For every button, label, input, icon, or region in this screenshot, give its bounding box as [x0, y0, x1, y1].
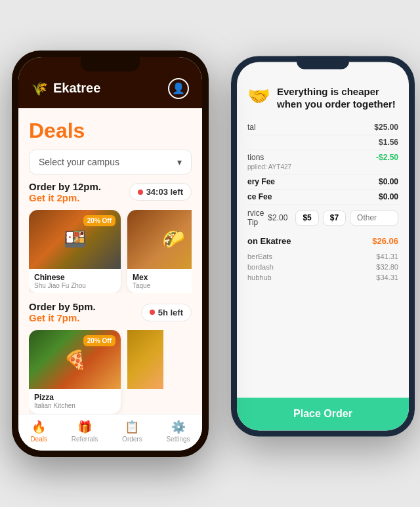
order-line-promo-label: tions pplied: AYT427 — [247, 153, 376, 171]
nav-label-orders: Orders — [122, 436, 142, 443]
main-content: Deals Select your campus ▾ Order by 12pm… — [18, 108, 202, 414]
timer-dot — [138, 190, 143, 195]
food-card-chinese-sub: Shu Jiao Fu Zhou — [34, 282, 116, 289]
tip-btn-7[interactable]: $7 — [323, 210, 346, 226]
food-card-mex-sub: Taque — [133, 282, 192, 289]
discount-badge-chinese: 20% Off — [83, 215, 116, 226]
order-summary-header: 🤝 Everything is cheaper when you order t… — [247, 85, 398, 111]
deals-nav-icon: 🔥 — [32, 420, 46, 434]
order-line-delivery-label: ery Fee — [247, 177, 379, 186]
comp-grubhub: hubhub $34.31 — [247, 272, 398, 283]
profile-icon[interactable]: 👤 — [168, 78, 189, 99]
order-line-tax-label — [247, 138, 379, 147]
order-line-service-label: ce Fee — [247, 192, 379, 201]
food-card-pizza[interactable]: 🍕 20% Off Pizza Italian Kitchen — [29, 330, 121, 414]
food-cards-row-2: 🍕 20% Off Pizza Italian Kitchen — [29, 330, 192, 414]
chevron-down-icon: ▾ — [177, 157, 182, 167]
food-cards-row-1: 🍱 20% Off Chinese Shu Jiao Fu Zhou 🌮 Mex… — [29, 210, 192, 294]
bottom-nav: 🔥 Deals 🎁 Referrals 📋 Orders ⚙️ Settings — [18, 414, 202, 451]
tip-label: rvice Tip — [247, 209, 264, 227]
slot1-by-time: Order by 12pm. — [29, 181, 101, 192]
comp-ubereats: berEats $41.31 — [247, 251, 398, 262]
order-summary: 🤝 Everything is cheaper when you order t… — [237, 62, 409, 392]
order-line-subtotal-label: tal — [247, 123, 374, 132]
phone-notch-1 — [81, 57, 140, 71]
order-line-subtotal-value: $25.00 — [374, 123, 398, 132]
food-card-chinese-name: Chinese — [34, 273, 116, 282]
order-line-delivery: ery Fee $0.00 — [247, 174, 398, 190]
order-line-service: ce Fee $0.00 — [247, 190, 398, 205]
deals-title: Deals — [29, 119, 192, 143]
food-card-mex[interactable]: 🌮 Mex Taque — [127, 210, 192, 294]
phone-1: 🌾 Ekatree 👤 Deals Select your campus ▾ O… — [12, 51, 209, 457]
order-line-promo-value: -$2.50 — [376, 153, 398, 171]
food-card-chinese[interactable]: 🍱 20% Off Chinese Shu Jiao Fu Zhou — [29, 210, 121, 294]
nav-label-referrals: Referrals — [72, 436, 98, 443]
phone-2: 🤝 Everything is cheaper when you order t… — [231, 56, 415, 436]
comparison-rows: berEats $41.31 bordash $32.80 hubhub $34… — [247, 249, 398, 285]
comp-doordash: bordash $32.80 — [247, 262, 398, 272]
food-card-pizza-name: Pizza — [34, 393, 116, 402]
food-card-pizza-sub: Italian Kitchen — [34, 402, 116, 409]
slot2-text: Order by 5pm. Get it 7pm. — [29, 301, 96, 323]
tip-row: rvice Tip $2.00 $5 $7 — [247, 205, 398, 231]
food-card-chinese-img: 🍱 20% Off — [29, 210, 121, 269]
comp-doordash-value: $32.80 — [376, 263, 398, 271]
logo-text: Ekatree — [53, 81, 100, 96]
food-card-pizza-info: Pizza Italian Kitchen — [29, 389, 121, 414]
order-line-promo: tions pplied: AYT427 -$2.50 — [247, 150, 398, 174]
order-slot-1: Order by 12pm. Get it 2pm. 34:03 left — [29, 181, 192, 203]
referrals-nav-icon: 🎁 — [77, 420, 92, 434]
comp-grubhub-value: $34.31 — [376, 274, 398, 281]
total-label: on Ekatree — [247, 236, 291, 246]
order-line-tax: $1.56 — [247, 135, 398, 150]
food-card-mex-img: 🌮 — [127, 210, 192, 269]
comp-ubereats-value: $41.31 — [376, 253, 398, 260]
order-line-service-value: $0.00 — [379, 192, 398, 201]
nav-label-settings: Settings — [166, 436, 190, 443]
campus-select[interactable]: Select your campus ▾ — [29, 150, 192, 174]
phone-2-screen: 🤝 Everything is cheaper when you order t… — [237, 62, 409, 430]
tip-other-input[interactable] — [350, 210, 398, 226]
slot2-timer-text: 5h left — [158, 308, 183, 317]
phone-1-screen: 🌾 Ekatree 👤 Deals Select your campus ▾ O… — [18, 57, 202, 451]
order-header-icon: 🤝 — [247, 85, 270, 107]
total-value: $26.06 — [372, 236, 398, 246]
settings-nav-icon: ⚙️ — [171, 420, 186, 434]
tip-btn-5[interactable]: $5 — [295, 210, 318, 226]
order-line-delivery-value: $0.00 — [379, 177, 398, 186]
campus-select-placeholder: Select your campus — [39, 157, 119, 167]
nav-item-orders[interactable]: 📋 Orders — [122, 420, 142, 443]
slot1-timer-text: 34:03 left — [146, 187, 183, 197]
discount-badge-pizza: 20% Off — [83, 335, 116, 346]
logo-icon: 🌾 — [32, 81, 48, 96]
order-line-subtotal: tal $25.00 — [247, 120, 398, 135]
slot1-text: Order by 12pm. Get it 2pm. — [29, 181, 101, 203]
food-card-pizza-img: 🍕 20% Off — [29, 330, 121, 389]
food-card-mex-info: Mex Taque — [127, 269, 192, 294]
slot2-by-time: Order by 5pm. — [29, 301, 96, 312]
nav-item-referrals[interactable]: 🎁 Referrals — [72, 420, 98, 443]
promo-code: pplied: AYT427 — [247, 163, 291, 171]
comp-doordash-label: bordash — [247, 263, 274, 271]
order-header-text: Everything is cheaper when you order tog… — [277, 85, 398, 111]
orders-nav-icon: 📋 — [125, 420, 139, 434]
order-line-tax-value: $1.56 — [379, 138, 398, 147]
comp-grubhub-label: hubhub — [247, 274, 272, 281]
side-food-img — [127, 330, 163, 389]
slot2-get-time: Get it 7pm. — [29, 312, 96, 323]
order-slot-2: Order by 5pm. Get it 7pm. 5h left — [29, 301, 192, 323]
nav-label-deals: Deals — [30, 436, 47, 443]
logo-area: 🌾 Ekatree — [32, 81, 100, 96]
phone-notch-2 — [297, 62, 349, 69]
place-order-button[interactable]: Place Order — [237, 397, 409, 430]
slot1-timer: 34:03 left — [129, 183, 192, 201]
nav-item-settings[interactable]: ⚙️ Settings — [166, 420, 190, 443]
total-row: on Ekatree $26.06 — [247, 231, 398, 249]
timer-dot-2 — [150, 310, 155, 315]
nav-item-deals[interactable]: 🔥 Deals — [30, 420, 47, 443]
tip-value: $2.00 — [268, 213, 287, 222]
slot1-get-time: Get it 2pm. — [29, 192, 101, 203]
food-card-chinese-info: Chinese Shu Jiao Fu Zhou — [29, 269, 121, 294]
comp-ubereats-label: berEats — [247, 253, 272, 260]
